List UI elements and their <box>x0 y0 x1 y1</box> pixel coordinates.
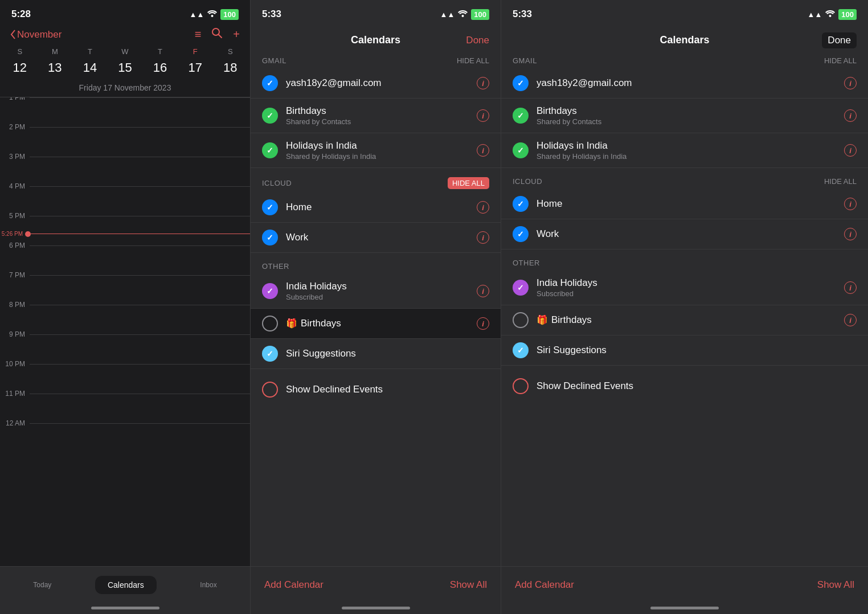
add-event-icon[interactable]: + <box>233 28 240 41</box>
holidays-name-3: Holidays in India <box>537 140 844 152</box>
other-item-birthdays-2[interactable]: 🎁Birthdays i <box>251 309 501 339</box>
gmail-item-email-3[interactable]: ✓ yash18y2@gmail.com i <box>501 68 868 99</box>
email-name-3: yash18y2@gmail.com <box>537 77 844 89</box>
time-label-8pm: 8 PM <box>0 301 30 309</box>
gmail-hide-all-3[interactable]: HIDE ALL <box>824 56 857 65</box>
date-17-today[interactable]: 17 <box>178 58 213 77</box>
add-calendar-btn-3[interactable]: Add Calendar <box>515 579 574 591</box>
work-info-btn-2[interactable]: i <box>477 231 489 244</box>
india-holidays-info-btn-3[interactable]: i <box>844 281 857 294</box>
tab-calendars-label[interactable]: Calendars <box>95 576 157 594</box>
time-row-3pm: 3 PM <box>0 157 250 186</box>
birthdays2-info-btn-3[interactable]: i <box>844 314 857 326</box>
birthdays-info-btn-2[interactable]: i <box>477 109 489 122</box>
time-row-10pm: 10 PM <box>0 364 250 394</box>
gmail-item-birthdays-2[interactable]: ✓ Birthdays Shared by Contacts i <box>251 99 501 133</box>
show-all-btn-3[interactable]: Show All <box>817 579 854 591</box>
search-icon[interactable] <box>211 27 223 42</box>
icloud-item-work-3[interactable]: ✓ Work i <box>501 219 868 249</box>
time-row-6pm: 6 PM <box>0 245 250 275</box>
done-button-2[interactable]: Done <box>466 35 489 46</box>
india-holidays-info-btn-2[interactable]: i <box>477 285 489 297</box>
india-holidays-check-3: ✓ <box>513 280 529 296</box>
other-section-header-3: OTHER <box>501 254 868 271</box>
gmail-label-3: GMAIL <box>513 56 537 65</box>
time-label-9pm: 9 PM <box>0 330 30 338</box>
work-info-2: Work <box>286 232 477 243</box>
gmail-item-email-2[interactable]: ✓ yash18y2@gmail.com i <box>251 68 501 99</box>
birthdays2-info-btn-2[interactable]: i <box>477 317 489 330</box>
show-declined-name-3: Show Declined Events <box>537 380 633 392</box>
icloud-hide-all-2[interactable]: HIDE ALL <box>448 177 489 189</box>
time-line-6pm <box>30 245 250 246</box>
icloud-item-home-3[interactable]: ✓ Home i <box>501 189 868 219</box>
icloud-hide-all-3[interactable]: HIDE ALL <box>824 177 857 186</box>
gmail-item-holidays-3[interactable]: ✓ Holidays in India Shared by Holidays i… <box>501 133 868 168</box>
show-declined-item-2[interactable]: Show Declined Events <box>251 375 501 404</box>
holidays-info-btn-3[interactable]: i <box>844 144 857 157</box>
work-info-btn-3[interactable]: i <box>844 228 857 240</box>
gift-icon-3: 🎁 <box>537 315 548 325</box>
home-info-btn-2[interactable]: i <box>477 201 489 214</box>
holidays-sub-2: Shared by Holidays in India <box>286 152 477 161</box>
calendar-panel: 5:28 ▲▲ 100 November ≡ <box>0 0 251 614</box>
date-14[interactable]: 14 <box>72 58 108 77</box>
signal-icon-2: ▲▲ <box>440 10 455 19</box>
date-13[interactable]: 13 <box>38 58 73 77</box>
wifi-icon-2 <box>458 10 468 19</box>
gmail-item-holidays-2[interactable]: ✓ Holidays in India Shared by Holidays i… <box>251 133 501 168</box>
time-label-4pm: 4 PM <box>0 182 30 190</box>
show-declined-name-2: Show Declined Events <box>286 384 383 395</box>
time-line-11pm <box>30 394 250 394</box>
show-all-btn-2[interactable]: Show All <box>450 579 487 591</box>
other-item-india-holidays-2[interactable]: ✓ India Holidays Subscribed i <box>251 274 501 309</box>
date-16[interactable]: 16 <box>142 58 178 77</box>
date-18[interactable]: 18 <box>212 58 248 77</box>
other-item-siri-3[interactable]: ✓ Siri Suggestions <box>501 335 868 366</box>
india-holidays-sub-3: Subscribed <box>537 289 844 298</box>
tab-calendars[interactable]: Calendars <box>95 576 157 594</box>
tab-inbox[interactable]: Inbox <box>200 581 216 589</box>
tab-today[interactable]: Today <box>33 581 51 589</box>
time-line-7pm <box>30 275 250 276</box>
add-calendar-btn-2[interactable]: Add Calendar <box>264 579 324 591</box>
siri-check-2: ✓ <box>262 346 278 362</box>
email-info-btn-2[interactable]: i <box>477 77 489 89</box>
work-name-3: Work <box>537 228 844 240</box>
done-button-3[interactable]: Done <box>822 32 857 48</box>
show-declined-item-3[interactable]: Show Declined Events <box>501 371 868 401</box>
birthdays-name-3: Birthdays <box>537 105 844 117</box>
icloud-item-home-2[interactable]: ✓ Home i <box>251 193 501 223</box>
date-12[interactable]: 12 <box>2 58 38 77</box>
email-info-btn-3[interactable]: i <box>844 77 857 89</box>
date-15[interactable]: 15 <box>108 58 143 77</box>
home-info-3: Home <box>537 198 844 210</box>
siri-name-2: Siri Suggestions <box>286 348 489 359</box>
time-row-5pm: 5 PM 5:26 PM <box>0 216 250 245</box>
siri-check-3: ✓ <box>513 342 529 358</box>
other-label-3: OTHER <box>513 259 540 267</box>
time-slots-container[interactable]: 1 PM 2 PM 3 PM 4 PM 5 PM 5:26 PM <box>0 97 250 485</box>
time-line-3pm <box>30 157 250 157</box>
time-line-9pm <box>30 334 250 335</box>
week-dates: 12 13 14 15 16 17 18 <box>0 58 250 77</box>
icloud-item-work-2[interactable]: ✓ Work i <box>251 223 501 253</box>
weekday-f: F <box>178 46 213 57</box>
status-icons-1: ▲▲ 100 <box>190 9 239 20</box>
birthdays2-check-3 <box>513 312 529 328</box>
list-view-icon[interactable]: ≡ <box>195 28 202 41</box>
india-holidays-name-2: India Holidays <box>286 281 477 292</box>
birthdays-info-btn-3[interactable]: i <box>844 109 857 122</box>
gmail-hide-all-2[interactable]: HIDE ALL <box>457 56 489 65</box>
back-button[interactable]: November <box>10 29 62 40</box>
other-item-birthdays-3[interactable]: 🎁Birthdays i <box>501 305 868 335</box>
holidays-info-btn-2[interactable]: i <box>477 144 489 157</box>
other-item-siri-2[interactable]: ✓ Siri Suggestions <box>251 339 501 369</box>
email-info-3: yash18y2@gmail.com <box>537 77 844 89</box>
home-info-btn-3[interactable]: i <box>844 198 857 210</box>
gmail-item-birthdays-3[interactable]: ✓ Birthdays Shared by Contacts i <box>501 99 868 133</box>
status-icons-3: ▲▲ 100 <box>808 9 857 20</box>
siri-info-2: Siri Suggestions <box>286 348 489 359</box>
status-time-1: 5:28 <box>11 9 31 20</box>
other-item-india-holidays-3[interactable]: ✓ India Holidays Subscribed i <box>501 271 868 305</box>
